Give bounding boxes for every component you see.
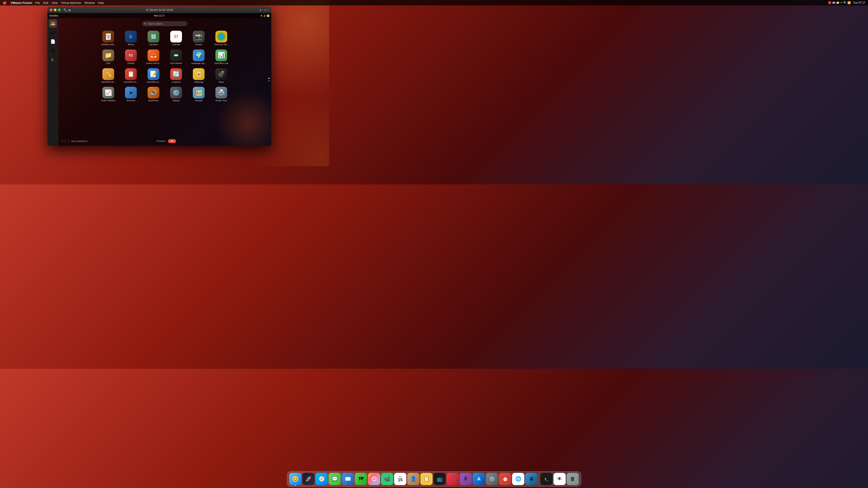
titlebar-title: ⚙ Ubuntu 64-bit 18.04: [146, 8, 173, 11]
tab-frequent[interactable]: Frequent: [153, 139, 168, 143]
app-mahjongg[interactable]: 🀄 Mahjongg: [190, 68, 208, 84]
titlebar-right-icons: ⊞ – ⊡ ↗: [259, 8, 269, 11]
app-aisleriot[interactable]: 🃏 AisleRiot Solit...: [99, 31, 117, 46]
sidebar-terminal[interactable]: $_: [49, 56, 57, 64]
ubuntu-content: Activities Mon 22:17 ⚡ 🔊 📶 🦊 🗂 📄 ⚙ $_ 🔍 …: [48, 13, 271, 146]
vmware-titlebar: 🔧 ▶ ⚙ Ubuntu 64-bit 18.04 ⊞ – ⊡ ↗: [48, 7, 271, 13]
app-remmina[interactable]: ➤ Remmina: [122, 87, 140, 102]
app-language[interactable]: 🌍 Language Sup...: [190, 50, 208, 65]
app-grid: 🃏 AisleRiot Solit... b BitPay 🔢 Calculat…: [99, 31, 230, 102]
vmware-window: 🔧 ▶ ⚙ Ubuntu 64-bit 18.04 ⊞ – ⊡ ↗ Activi…: [48, 7, 271, 146]
maximize-button[interactable]: [58, 8, 61, 11]
app-rhythmbox[interactable]: 🔊 Rhythmbox: [145, 87, 162, 102]
app-libreoffice-impress[interactable]: 📋 LibreOffice Im...: [122, 68, 140, 84]
tab-all[interactable]: All: [168, 139, 176, 143]
menubar: 🍎 VMware Fusion File Edit View Virtual M…: [0, 0, 329, 5]
app-livepatch[interactable]: 🔄 Livepatch: [167, 68, 185, 84]
forward-icon[interactable]: ▶: [69, 8, 71, 12]
app-cheese[interactable]: 📸 Cheese: [190, 31, 208, 46]
ubuntu-topbar-right: ⚡ 🔊 📶: [260, 14, 270, 17]
ubuntu-sidebar: 🦊 🗂 📄 ⚙ $_: [48, 18, 58, 146]
app-mines[interactable]: 💣 Mines: [212, 68, 230, 84]
ubuntu-search[interactable]: 🔍 Type to search...: [142, 21, 187, 26]
menubar-left: 🍎 VMware Fusion File Edit View Virtual M…: [3, 1, 104, 4]
menubar-virtual-machine[interactable]: Virtual Machine: [61, 1, 81, 4]
search-placeholder: Type to search...: [148, 23, 164, 25]
app-input-method[interactable]: ⌨️ Input Method: [167, 50, 185, 65]
freq-all-tabs: Frequent All: [153, 139, 176, 143]
menubar-app-name: VMware Fusion: [11, 1, 32, 4]
vm-icon: ⚙: [146, 8, 148, 11]
app-libreoffice-draw[interactable]: ✏️ LibreOffice Dr...: [99, 68, 117, 84]
sidebar-settings[interactable]: ⚙: [49, 46, 57, 55]
sidebar-libreoffice[interactable]: 📄: [49, 37, 57, 46]
app-settings[interactable]: ⚙️ Settings: [167, 87, 185, 102]
dot-1: [268, 78, 270, 79]
app-simple-scan[interactable]: 🖨️ Simple Scan: [212, 87, 230, 102]
close-button[interactable]: [50, 8, 53, 11]
ubuntu-bottom-bar: ⋮⋮⋮ Show Applications Frequent All: [58, 139, 271, 143]
ubuntu-activities[interactable]: Activities: [49, 14, 58, 17]
ubuntu-topbar: Activities Mon 22:17 ⚡ 🔊 📶: [48, 13, 271, 18]
app-bitpay[interactable]: b BitPay: [122, 31, 140, 46]
vm-title: Ubuntu 64-bit 18.04: [149, 8, 173, 11]
app-calculator[interactable]: 🔢 Calculator: [145, 31, 162, 46]
app-libreoffice-calc[interactable]: 📊 LibreOffice Calc: [212, 50, 230, 65]
menubar-view[interactable]: View: [52, 1, 58, 4]
search-icon: 🔍: [144, 23, 147, 25]
app-shotwell[interactable]: 🖼️ Shotwell: [190, 87, 208, 102]
app-grid-area: 🔍 Type to search... 🃏 AisleRiot Solit...…: [58, 18, 271, 146]
vm-controls[interactable]: ⊞ – ⊡ ↗: [259, 8, 269, 11]
app-libreoffice-writer[interactable]: 📝 LibreOffice W...: [145, 68, 162, 84]
app-power-statistics[interactable]: 📈 Power Statistics: [99, 87, 117, 102]
titlebar-icons: 🔧 ▶: [63, 8, 71, 12]
menubar-help[interactable]: Help: [98, 1, 104, 4]
app-calendar[interactable]: 27 Calendar: [167, 31, 185, 46]
menubar-file[interactable]: File: [35, 1, 40, 4]
sidebar-firefox[interactable]: 🦊: [49, 20, 57, 28]
app-firefox[interactable]: 🦊 Firefox Web B...: [145, 50, 162, 65]
app-files[interactable]: 📁 Files: [99, 50, 117, 65]
settings-icon[interactable]: 🔧: [63, 8, 67, 12]
app-filezilla[interactable]: FZ FileZilla: [122, 50, 140, 65]
sidebar-nautilus[interactable]: 🗂: [49, 29, 57, 37]
ubuntu-status-icons: ⚡ 🔊 📶: [260, 14, 270, 17]
window-controls: [50, 8, 61, 11]
menubar-window[interactable]: Window: [84, 1, 95, 4]
minimize-button[interactable]: [54, 8, 57, 11]
menubar-edit[interactable]: Edit: [43, 1, 48, 4]
ubuntu-clock: Mon 22:17: [154, 14, 164, 17]
show-apps-button[interactable]: ⋮⋮⋮ Show Applications: [61, 139, 88, 143]
dot-indicator: [268, 78, 270, 81]
apple-menu[interactable]: 🍎: [3, 1, 6, 4]
app-chromium[interactable]: 🌐 Chromium We...: [212, 31, 230, 46]
dot-2: [268, 80, 270, 81]
